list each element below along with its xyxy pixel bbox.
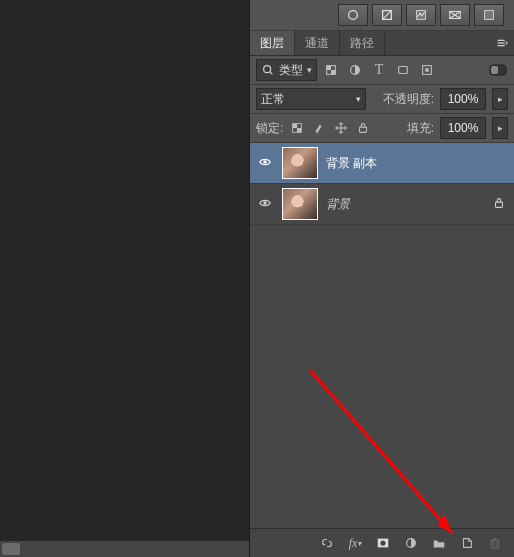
layer-style-icon[interactable]: fx▾ [346, 534, 364, 552]
layer-mask-icon[interactable] [374, 534, 392, 552]
lock-row: 锁定: 填充: 100% ▸ [250, 114, 514, 143]
lock-transparency-icon[interactable] [289, 120, 305, 136]
opacity-flyout-icon[interactable]: ▸ [492, 88, 508, 110]
filter-type-select[interactable]: 类型 ▾ [256, 59, 317, 81]
svg-rect-14 [327, 66, 331, 70]
visibility-toggle-icon[interactable] [256, 196, 274, 213]
svg-point-0 [349, 11, 358, 20]
group-icon[interactable] [430, 534, 448, 552]
svg-rect-19 [425, 68, 429, 72]
svg-rect-23 [293, 124, 297, 128]
svg-rect-21 [491, 66, 498, 74]
lock-pixels-icon[interactable] [311, 120, 327, 136]
layers-panel-footer: fx▾ [250, 528, 514, 557]
tab-paths-label: 路径 [350, 35, 374, 52]
layer-row[interactable]: 背景 副本 [250, 143, 514, 184]
tab-layers-label: 图层 [260, 35, 284, 52]
svg-point-29 [263, 201, 267, 205]
layer-name[interactable]: 背景 [326, 196, 484, 213]
filter-toggle-switch[interactable] [488, 60, 508, 80]
tab-channels-label: 通道 [305, 35, 329, 52]
panel-icon-3[interactable] [406, 4, 436, 26]
svg-rect-34 [492, 540, 499, 548]
horizontal-scrollbar[interactable] [0, 541, 249, 557]
svg-rect-7 [485, 11, 494, 20]
panel-icon-5[interactable] [474, 4, 504, 26]
blend-row: 正常 ▾ 不透明度: 100% ▸ [250, 85, 514, 114]
fill-label: 填充: [407, 120, 434, 137]
svg-rect-24 [297, 128, 301, 132]
lock-all-icon[interactable] [355, 120, 371, 136]
filter-type-icon[interactable]: T [369, 60, 389, 80]
layer-thumbnail[interactable] [282, 188, 318, 220]
svg-point-11 [264, 66, 271, 73]
delete-layer-icon[interactable] [486, 534, 504, 552]
panel-icon-1[interactable] [338, 4, 368, 26]
layer-name[interactable]: 背景 副本 [326, 155, 508, 172]
tab-layers[interactable]: 图层 [250, 31, 295, 55]
svg-rect-27 [360, 127, 367, 132]
visibility-toggle-icon[interactable] [256, 155, 274, 172]
filter-type-label: 类型 [279, 62, 303, 79]
svg-line-12 [270, 72, 273, 75]
svg-point-28 [263, 160, 267, 164]
chevron-down-icon: ▾ [356, 94, 361, 104]
link-layers-icon[interactable] [318, 534, 336, 552]
blend-mode-select[interactable]: 正常 ▾ [256, 88, 366, 110]
svg-rect-17 [399, 67, 408, 74]
chevron-down-icon: ▾ [307, 65, 312, 75]
filter-adjustment-icon[interactable] [345, 60, 365, 80]
search-icon [261, 63, 275, 77]
panel-icon-2[interactable] [372, 4, 402, 26]
lock-label: 锁定: [256, 120, 283, 137]
svg-point-32 [380, 540, 385, 545]
svg-line-2 [383, 11, 392, 20]
filter-smart-icon[interactable] [417, 60, 437, 80]
tab-paths[interactable]: 路径 [340, 31, 385, 55]
canvas-area[interactable] [0, 0, 250, 557]
layer-filter-row: 类型 ▾ T [250, 56, 514, 85]
layers-list: 背景 副本 背景 [250, 143, 514, 528]
tab-channels[interactable]: 通道 [295, 31, 340, 55]
opacity-value: 100% [448, 92, 479, 106]
new-layer-icon[interactable] [458, 534, 476, 552]
blend-mode-value: 正常 [261, 91, 285, 108]
adjustment-layer-icon[interactable] [402, 534, 420, 552]
layer-row[interactable]: 背景 [250, 184, 514, 225]
svg-rect-30 [496, 202, 503, 207]
collapsed-panels-strip [250, 0, 514, 31]
opacity-value-input[interactable]: 100% [440, 88, 486, 110]
panel-icon-4[interactable] [440, 4, 470, 26]
fill-flyout-icon[interactable]: ▸ [492, 117, 508, 139]
fill-value: 100% [448, 121, 479, 135]
filter-pixel-icon[interactable] [321, 60, 341, 80]
opacity-label: 不透明度: [383, 91, 434, 108]
svg-rect-15 [331, 70, 335, 74]
layer-thumbnail[interactable] [282, 147, 318, 179]
filter-shape-icon[interactable] [393, 60, 413, 80]
panel-tabs: 图层 通道 路径 [250, 31, 514, 56]
lock-position-icon[interactable] [333, 120, 349, 136]
panel-menu-icon[interactable] [490, 31, 514, 55]
layers-panel: 图层 通道 路径 类型 ▾ T [250, 0, 514, 557]
lock-icon [492, 196, 508, 212]
fill-value-input[interactable]: 100% [440, 117, 486, 139]
scrollbar-thumb[interactable] [2, 543, 20, 555]
